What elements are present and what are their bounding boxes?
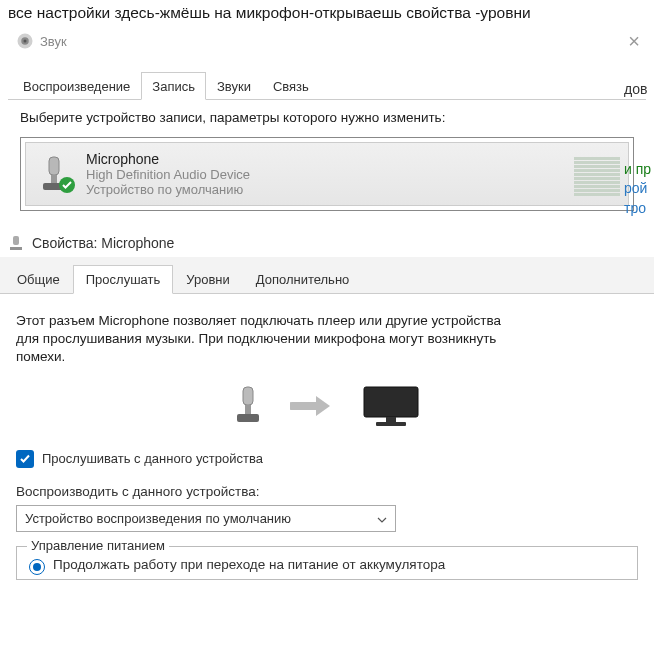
tab-listen[interactable]: Прослушать	[73, 265, 174, 294]
svg-rect-11	[237, 414, 259, 422]
illustration-monitor-icon	[362, 385, 420, 430]
properties-tabs: Общие Прослушать Уровни Дополнительно	[0, 265, 654, 294]
playback-device-value: Устройство воспроизведения по умолчанию	[25, 511, 291, 526]
svg-rect-3	[49, 157, 59, 175]
recording-tab-content: Выберите устройство записи, параметры ко…	[8, 100, 646, 221]
level-meter	[574, 152, 620, 196]
listen-tab-content: Этот разъем Microphone позволяет подключ…	[0, 294, 654, 598]
svg-rect-13	[386, 417, 396, 422]
device-list: Microphone High Definition Audio Device …	[20, 137, 634, 211]
device-description: High Definition Audio Device	[86, 167, 250, 182]
svg-rect-7	[13, 236, 19, 245]
svg-point-2	[24, 40, 27, 43]
svg-rect-12	[364, 387, 418, 417]
svg-rect-9	[243, 387, 253, 405]
listen-checkbox-row[interactable]: Прослушивать с данного устройства	[16, 450, 638, 468]
playback-device-dropdown[interactable]: Устройство воспроизведения по умолчанию	[16, 505, 396, 532]
properties-mic-icon	[8, 235, 24, 251]
device-info: Microphone High Definition Audio Device …	[86, 151, 250, 197]
listen-illustration	[16, 385, 638, 430]
properties-dialog: Свойства: Microphone Общие Прослушать Ур…	[0, 229, 654, 598]
sound-titlebar: Звук ×	[8, 28, 646, 54]
sound-tabs: Воспроизведение Запись Звуки Связь	[8, 72, 646, 100]
radio-continue-input[interactable]	[29, 559, 45, 575]
default-check-icon	[58, 176, 76, 197]
tab-general[interactable]: Общие	[4, 265, 73, 294]
device-microphone[interactable]: Microphone High Definition Audio Device …	[25, 142, 629, 206]
speaker-icon	[16, 32, 34, 50]
arrow-right-icon	[290, 394, 334, 421]
tab-communications[interactable]: Связь	[262, 72, 320, 100]
power-management-group: Управление питанием Продолжать работу пр…	[16, 546, 638, 580]
tab-sounds[interactable]: Звуки	[206, 72, 262, 100]
svg-rect-10	[245, 405, 251, 414]
svg-rect-14	[376, 422, 406, 426]
properties-titlebar: Свойства: Microphone	[0, 229, 654, 257]
listen-checkbox-label: Прослушивать с данного устройства	[42, 451, 263, 466]
listen-checkbox[interactable]	[16, 450, 34, 468]
recording-prompt: Выберите устройство записи, параметры ко…	[20, 110, 634, 125]
device-status: Устройство по умолчанию	[86, 182, 250, 197]
properties-title: Свойства: Microphone	[32, 235, 174, 251]
listen-description: Этот разъем Microphone позволяет подключ…	[16, 312, 516, 367]
sound-dialog: Звук × Воспроизведение Запись Звуки Связ…	[8, 28, 646, 221]
tab-recording[interactable]: Запись	[141, 72, 206, 100]
tab-levels[interactable]: Уровни	[173, 265, 242, 294]
svg-rect-4	[51, 175, 57, 183]
instruction-text: все настройки здесь-жмёшь на микрофон-от…	[0, 0, 654, 26]
radio-continue-label: Продолжать работу при переходе на питани…	[53, 557, 445, 572]
close-icon[interactable]: ×	[628, 30, 640, 53]
illustration-mic-icon	[234, 385, 262, 430]
svg-rect-8	[10, 247, 22, 250]
sound-title: Звук	[40, 34, 67, 49]
playback-device-label: Воспроизводить с данного устройства:	[16, 484, 638, 499]
tab-playback[interactable]: Воспроизведение	[12, 72, 141, 100]
tab-advanced[interactable]: Дополнительно	[243, 265, 363, 294]
chevron-down-icon	[377, 511, 387, 526]
cropped-side-text: дов и пр рой тро	[624, 150, 654, 218]
microphone-icon	[34, 153, 74, 195]
power-management-legend: Управление питанием	[27, 538, 169, 553]
radio-continue-on-battery[interactable]: Продолжать работу при переходе на питани…	[29, 557, 625, 577]
device-name: Microphone	[86, 151, 250, 167]
